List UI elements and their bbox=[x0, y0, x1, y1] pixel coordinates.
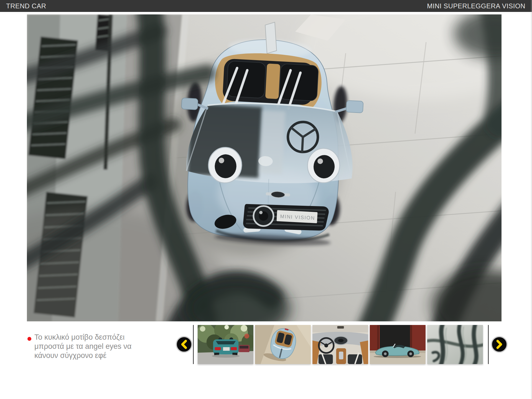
main-photo-illustration: MINI VISION bbox=[27, 14, 502, 321]
carousel-divider-right bbox=[488, 325, 489, 364]
bullet-icon bbox=[27, 337, 31, 341]
magazine-page: TREND CAR MINI SUPERLEGGERA VISION bbox=[0, 0, 532, 399]
top-bar: TREND CAR MINI SUPERLEGGERA VISION bbox=[0, 0, 532, 12]
caption-line: κάνουν σύγχρονο εφέ bbox=[34, 351, 140, 360]
thumbnail-fence-detail[interactable] bbox=[427, 325, 483, 364]
main-photo: MINI VISION bbox=[27, 14, 502, 321]
thumbnail-rear-view[interactable] bbox=[198, 325, 253, 364]
thumbnail-side-view[interactable] bbox=[370, 325, 426, 364]
thumbnail-strip bbox=[198, 325, 483, 364]
chevron-left-icon bbox=[180, 340, 188, 349]
prev-button[interactable] bbox=[176, 336, 192, 352]
chevron-right-icon bbox=[495, 340, 503, 349]
photo-caption: Το κυκλικό μοτίβο δεσπόζει μπροστά με τα… bbox=[34, 333, 140, 360]
thumbnail-interior[interactable] bbox=[312, 325, 368, 364]
caption-line: μπροστά με τα angel eyes να bbox=[34, 342, 140, 351]
article-title: MINI SUPERLEGGERA VISION bbox=[427, 0, 525, 12]
caption-line: Το κυκλικό μοτίβο δεσπόζει bbox=[34, 333, 140, 342]
section-title: TREND CAR bbox=[6, 0, 46, 12]
carousel-divider-left bbox=[193, 325, 194, 364]
next-button[interactable] bbox=[491, 336, 507, 352]
thumbnail-top-view[interactable] bbox=[255, 325, 311, 364]
